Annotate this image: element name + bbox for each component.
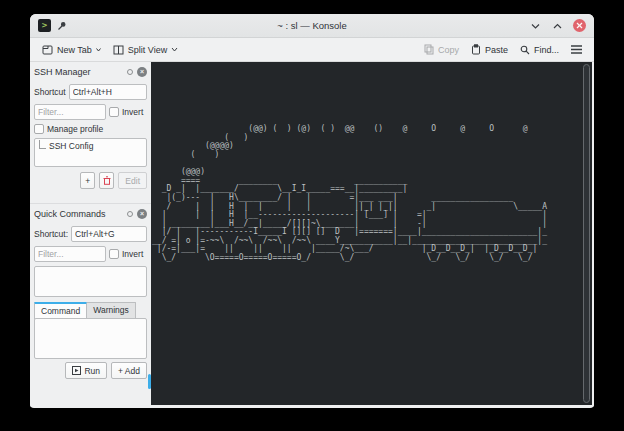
quick-commands-panel: Quick Commands × Shortcut: Invert Comman… (30, 203, 151, 405)
close-panel-icon[interactable]: × (137, 209, 147, 219)
maximize-button[interactable] (551, 19, 564, 32)
copy-button[interactable]: Copy (420, 41, 463, 58)
tab-warnings[interactable]: Warnings (87, 302, 136, 319)
sl-train-ascii-art: (@@) ( ) (@) ( ) @@ () @ O @ O @ ( ) (@@… (151, 62, 592, 263)
terminal-display[interactable]: (@@) ( ) (@) ( ) @@ () @ O @ O @ ( ) (@@… (151, 62, 592, 405)
panel-title: SSH Manager (34, 67, 123, 77)
split-view-icon (113, 45, 124, 55)
minimize-button[interactable] (529, 19, 542, 32)
invert-checkbox[interactable] (109, 107, 119, 117)
plugin-sidebar: SSH Manager × Shortcut Invert Manage pro… (30, 62, 151, 405)
konsole-window: > ~ : sl — Konsole New Tab (30, 14, 594, 408)
close-button[interactable] (573, 19, 586, 32)
find-button[interactable]: Find... (516, 42, 563, 58)
tree-branch-icon (39, 140, 46, 149)
konsole-app-icon: > (38, 19, 51, 32)
run-button[interactable]: Run (65, 362, 107, 379)
titlebar[interactable]: > ~ : sl — Konsole (30, 14, 594, 38)
tree-item-ssh-config[interactable]: SSH Config (38, 141, 143, 151)
hamburger-icon (571, 45, 582, 54)
close-panel-icon[interactable]: × (137, 67, 147, 77)
ssh-manager-header[interactable]: SSH Manager × (34, 63, 147, 80)
qc-shortcut-input[interactable] (71, 226, 147, 242)
new-tab-icon (42, 44, 53, 55)
manage-profile-checkbox[interactable] (34, 124, 44, 134)
qc-filter-input[interactable] (34, 246, 106, 262)
ssh-manager-panel: SSH Manager × Shortcut Invert Manage pro… (30, 62, 151, 203)
invert-label: Invert (122, 107, 143, 117)
add-command-button[interactable]: + Add (111, 362, 147, 379)
edit-ssh-entry-button[interactable]: Edit (118, 172, 147, 189)
shortcut-label: Shortcut (34, 87, 66, 97)
ssh-filter-input[interactable] (34, 104, 106, 120)
qc-tab-bar: Command Warnings (34, 302, 147, 319)
panel-title: Quick Commands (34, 209, 123, 219)
add-ssh-entry-button[interactable]: + (80, 172, 95, 189)
copy-icon (424, 44, 434, 55)
float-panel-icon[interactable] (127, 211, 133, 217)
toolbar: New Tab Split View Copy Paste (30, 38, 594, 62)
command-editor[interactable] (34, 318, 147, 359)
manage-profile-label: Manage profile (47, 124, 103, 134)
delete-ssh-entry-button[interactable] (99, 172, 114, 189)
invert-label: Invert (122, 249, 143, 259)
quick-commands-header[interactable]: Quick Commands × (34, 205, 147, 222)
hamburger-menu-button[interactable] (567, 42, 586, 57)
ssh-shortcut-input[interactable] (69, 84, 147, 100)
window-title: ~ : sl — Konsole (30, 20, 594, 31)
chevron-down-icon (171, 47, 178, 52)
new-tab-button[interactable]: New Tab (38, 41, 105, 58)
ssh-config-tree[interactable]: SSH Config (34, 138, 147, 167)
split-view-button[interactable]: Split View (109, 42, 182, 58)
quick-commands-list[interactable] (34, 266, 147, 297)
shortcut-label: Shortcut: (34, 229, 68, 239)
paste-button[interactable]: Paste (467, 41, 512, 58)
run-icon (72, 366, 81, 375)
tab-command[interactable]: Command (34, 302, 87, 319)
search-icon (520, 45, 530, 55)
terminal-scrollbar-thumb[interactable] (583, 64, 590, 403)
paste-icon (471, 44, 481, 55)
terminal-scrollbar[interactable] (583, 64, 590, 403)
pin-icon[interactable] (57, 21, 67, 31)
trash-icon (103, 176, 111, 185)
float-panel-icon[interactable] (127, 69, 133, 75)
invert-checkbox[interactable] (109, 249, 119, 259)
chevron-down-icon (96, 48, 101, 52)
